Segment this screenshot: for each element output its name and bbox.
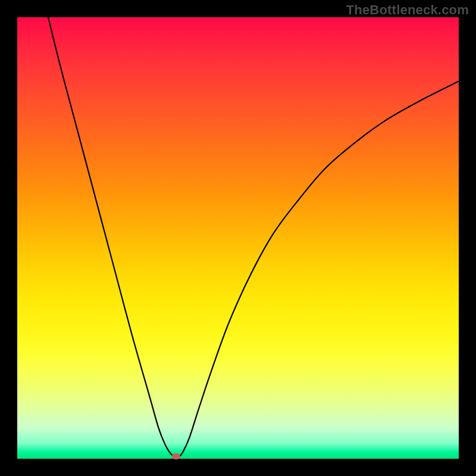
curve-left-branch [48, 17, 176, 459]
watermark-text: TheBottleneck.com [346, 2, 469, 18]
bottleneck-curve [17, 17, 459, 459]
curve-right-branch [176, 82, 459, 459]
optimal-point-marker [172, 453, 180, 459]
plot-area [17, 17, 459, 459]
